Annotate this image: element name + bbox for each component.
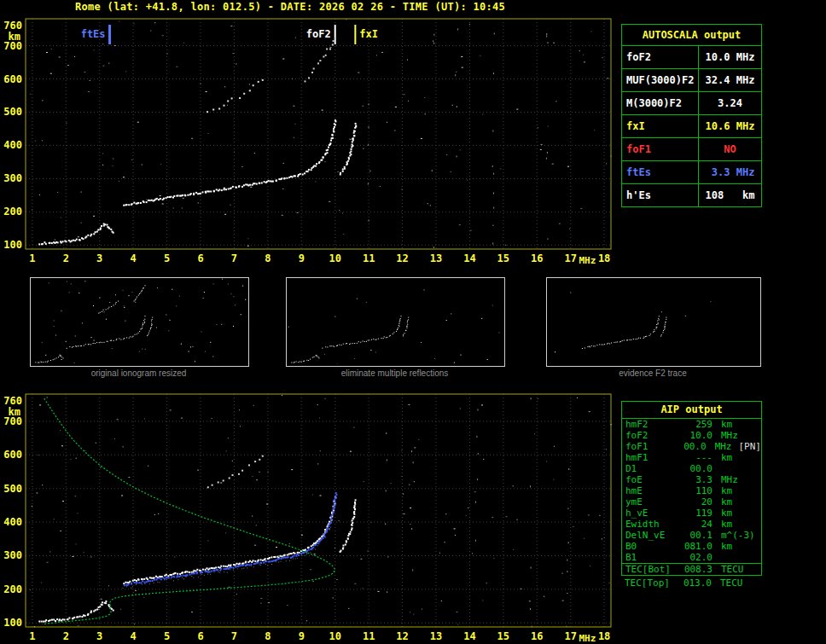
aip-row-value: 110: [678, 485, 713, 496]
svg-text:fxI: fxI: [359, 28, 378, 40]
svg-text:760: 760: [3, 395, 22, 407]
svg-text:300: 300: [3, 549, 22, 561]
svg-text:14: 14: [463, 252, 475, 264]
aip-row: D100.0: [622, 463, 761, 474]
thumbnail-original-ionogram: [30, 277, 249, 367]
svg-text:2: 2: [63, 630, 69, 642]
aip-row: Ewidth24km: [622, 519, 761, 530]
svg-text:15: 15: [497, 252, 509, 264]
aip-row-unit: km: [713, 419, 732, 430]
aip-row-value: 02.0: [678, 552, 713, 563]
svg-text:11: 11: [363, 252, 375, 264]
aip-row-unit: MHz: [713, 474, 738, 485]
aip-row-unit: TECU: [713, 564, 744, 575]
aip-row-unit: MHz: [713, 430, 738, 441]
aip-row-unit: [713, 463, 721, 474]
aip-row: foF210.0MHz: [622, 430, 761, 441]
svg-text:13: 13: [430, 630, 442, 642]
aip-row-name: foF2: [622, 430, 678, 441]
autoscala-row-label: foF2: [622, 46, 699, 68]
aip-row: hmE110km: [622, 485, 761, 496]
aip-row: hmF1---km: [622, 452, 761, 463]
svg-text:2: 2: [63, 252, 69, 264]
svg-text:ftEs: ftEs: [81, 28, 106, 40]
svg-text:4: 4: [131, 630, 137, 642]
aip-row-flag: [PN]: [732, 441, 762, 452]
svg-text:11: 11: [363, 630, 375, 642]
aip-row-name: DelN_vE: [622, 530, 678, 541]
svg-text:5: 5: [164, 630, 170, 642]
aip-row-value: 20: [678, 496, 713, 508]
aip-row-unit: km: [713, 485, 732, 496]
autoscala-row: M(3000)F23.24: [622, 91, 761, 114]
autoscala-row: foF210.0 MHz: [622, 45, 761, 68]
aip-row: TEC[Top]013.0TECU: [621, 577, 760, 589]
aip-row-unit: MHz: [707, 441, 732, 452]
svg-text:1: 1: [29, 630, 35, 642]
aip-row: h_vE119km: [622, 508, 761, 519]
svg-text:600: 600: [3, 73, 22, 85]
autoscala-row-label: h'Es: [622, 184, 699, 206]
aip-row-name: TEC[Bot]: [622, 564, 678, 575]
svg-text:400: 400: [3, 139, 22, 151]
station-header: Rome (lat: +41.8, lon: 012.5) - DATE: 20…: [75, 1, 505, 13]
aip-row-unit: [713, 552, 721, 563]
aip-row: TEC[Bot]008.3TECU: [622, 563, 761, 575]
aip-row-unit: m^(-3): [713, 530, 755, 541]
aip-row-unit: TECU: [712, 577, 743, 589]
svg-text:12: 12: [396, 252, 408, 264]
svg-text:17: 17: [564, 630, 576, 642]
svg-text:200: 200: [3, 206, 22, 218]
aip-row-unit: km: [713, 508, 732, 519]
autoscala-output-table: AUTOSCALA output foF210.0 MHzMUF(3000)F2…: [621, 24, 762, 207]
svg-text:9: 9: [299, 630, 305, 642]
thumbnail-original-ionogram-image: [31, 278, 247, 364]
thumbnail-eliminate-reflections: [286, 277, 505, 367]
autoscala-row: MUF(3000)F232.4 MHz: [622, 68, 761, 91]
autoscala-row-value: 3.24: [699, 92, 761, 114]
svg-text:100: 100: [3, 239, 22, 251]
thumbnail-evidence-f2-trace-image: [547, 278, 759, 364]
svg-text:15: 15: [497, 630, 509, 642]
aip-row-value: 081.0: [678, 541, 713, 552]
aip-output-table: AIP output hmF2259kmfoF210.0MHzfoF100.0M…: [621, 401, 762, 576]
autoscala-row: fxI10.6 MHz: [622, 114, 761, 137]
autoscala-screen: Rome (lat: +41.8, lon: 012.5) - DATE: 20…: [0, 0, 826, 644]
thumbnail-eliminate-reflections-image: [287, 278, 503, 364]
svg-text:1: 1: [29, 252, 35, 264]
aip-row-value: 24: [678, 519, 713, 530]
aip-row-value: 008.3: [678, 564, 713, 575]
aip-row: foE3.3MHz: [622, 474, 761, 485]
aip-row-name: hmE: [622, 485, 678, 496]
aip-row-value: 10.0: [678, 430, 713, 441]
aip-row-name: D1: [622, 463, 678, 474]
autoscala-row-value: 10.6 MHz: [699, 115, 761, 137]
aip-rows: hmF2259kmfoF210.0MHzfoF100.0MHz[PN]hmF1-…: [622, 419, 761, 575]
aip-row-name: Ewidth: [622, 519, 678, 530]
svg-text:16: 16: [531, 252, 543, 264]
aip-row: foF100.0MHz[PN]: [622, 441, 761, 452]
autoscala-row-value: 10.0 MHz: [699, 46, 761, 68]
autoscala-row-label: fxI: [622, 115, 699, 137]
aip-row-unit: km: [713, 541, 732, 552]
svg-text:7: 7: [231, 630, 237, 642]
autoscala-row: h'Es108 km: [622, 183, 761, 206]
aip-row-name: B0: [622, 541, 678, 552]
aip-row-name: h_vE: [622, 508, 678, 519]
aip-row-name: foF1: [622, 441, 675, 452]
autoscala-row: foF1NO: [622, 137, 761, 160]
aip-row-value: 119: [678, 508, 713, 519]
aip-row-value: ---: [678, 452, 713, 463]
aip-row-value: 00.0: [675, 441, 707, 452]
aip-row-value: 013.0: [678, 577, 712, 589]
svg-text:100: 100: [3, 617, 22, 629]
thumbnail-caption-evidence: evidence F2 trace: [546, 368, 759, 378]
svg-text:760: 760: [3, 20, 22, 32]
aip-row-value: 3.3: [678, 474, 713, 485]
thumbnail-caption-eliminate: eliminate multiple reflections: [286, 368, 503, 378]
svg-text:8: 8: [265, 630, 270, 642]
svg-text:16: 16: [531, 630, 543, 642]
autoscala-row-label: foF1: [622, 138, 699, 160]
svg-text:600: 600: [3, 449, 22, 461]
aip-row-value: 00.0: [678, 463, 713, 474]
